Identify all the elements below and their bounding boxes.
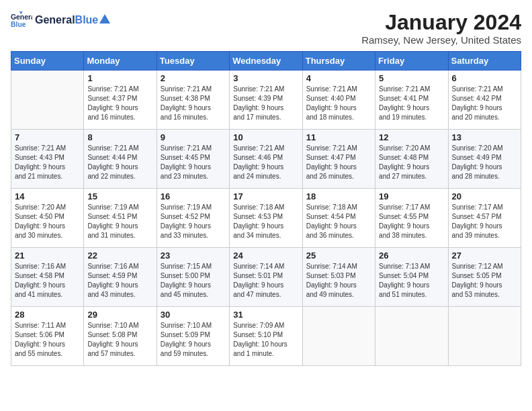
- day-info: Sunrise: 7:18 AM Sunset: 4:53 PM Dayligh…: [233, 203, 298, 240]
- header-friday: Friday: [375, 52, 448, 71]
- day-info: Sunrise: 7:16 AM Sunset: 4:58 PM Dayligh…: [15, 262, 80, 300]
- header-row: SundayMondayTuesdayWednesdayThursdayFrid…: [11, 52, 521, 71]
- day-info: Sunrise: 7:13 AM Sunset: 5:04 PM Dayligh…: [379, 262, 444, 300]
- logo-general: General: [35, 14, 75, 26]
- calendar-cell: 10Sunrise: 7:21 AM Sunset: 4:46 PM Dayli…: [230, 130, 302, 189]
- calendar-cell: [375, 307, 448, 366]
- day-info: Sunrise: 7:15 AM Sunset: 5:00 PM Dayligh…: [161, 262, 226, 300]
- day-number: 31: [233, 310, 298, 320]
- day-number: 18: [306, 191, 371, 201]
- day-number: 28: [15, 310, 80, 320]
- header-thursday: Thursday: [302, 52, 375, 71]
- calendar-cell: 28Sunrise: 7:11 AM Sunset: 5:06 PM Dayli…: [11, 307, 84, 366]
- day-info: Sunrise: 7:18 AM Sunset: 4:54 PM Dayligh…: [306, 203, 371, 240]
- calendar-cell: 27Sunrise: 7:12 AM Sunset: 5:05 PM Dayli…: [448, 248, 521, 307]
- calendar-cell: 24Sunrise: 7:14 AM Sunset: 5:01 PM Dayli…: [230, 248, 302, 307]
- day-info: Sunrise: 7:16 AM Sunset: 4:59 PM Dayligh…: [87, 262, 152, 300]
- calendar-table: SundayMondayTuesdayWednesdayThursdayFrid…: [11, 51, 521, 366]
- header-tuesday: Tuesday: [157, 52, 229, 71]
- calendar-subtitle: Ramsey, New Jersey, United States: [361, 34, 521, 46]
- day-number: 6: [452, 73, 517, 83]
- day-number: 30: [161, 310, 226, 320]
- day-number: 20: [452, 191, 517, 201]
- calendar-cell: 21Sunrise: 7:16 AM Sunset: 4:58 PM Dayli…: [11, 248, 84, 307]
- day-info: Sunrise: 7:21 AM Sunset: 4:42 PM Dayligh…: [452, 85, 517, 122]
- logo-icon: General Blue: [11, 11, 32, 30]
- day-number: 16: [161, 191, 226, 201]
- calendar-title: January 2024: [361, 11, 521, 34]
- page-header: General Blue General Blue January 2024 R…: [11, 11, 521, 46]
- calendar-cell: 11Sunrise: 7:21 AM Sunset: 4:47 PM Dayli…: [302, 130, 375, 189]
- day-number: 5: [379, 73, 444, 83]
- day-number: 26: [379, 250, 444, 261]
- day-number: 15: [87, 191, 152, 201]
- day-number: 25: [306, 250, 371, 261]
- calendar-cell: 17Sunrise: 7:18 AM Sunset: 4:53 PM Dayli…: [230, 189, 302, 248]
- day-number: 11: [306, 132, 371, 142]
- calendar-cell: 1Sunrise: 7:21 AM Sunset: 4:37 PM Daylig…: [84, 71, 157, 130]
- calendar-cell: 13Sunrise: 7:20 AM Sunset: 4:49 PM Dayli…: [448, 130, 521, 189]
- calendar-cell: 4Sunrise: 7:21 AM Sunset: 4:40 PM Daylig…: [302, 71, 375, 130]
- day-number: 8: [87, 132, 152, 142]
- calendar-cell: [11, 71, 84, 130]
- week-row-4: 28Sunrise: 7:11 AM Sunset: 5:06 PM Dayli…: [11, 307, 521, 366]
- calendar-cell: 19Sunrise: 7:17 AM Sunset: 4:55 PM Dayli…: [375, 189, 448, 248]
- calendar-body: 1Sunrise: 7:21 AM Sunset: 4:37 PM Daylig…: [11, 71, 521, 366]
- calendar-cell: 9Sunrise: 7:21 AM Sunset: 4:45 PM Daylig…: [157, 130, 229, 189]
- day-number: 9: [161, 132, 226, 142]
- calendar-cell: 26Sunrise: 7:13 AM Sunset: 5:04 PM Dayli…: [375, 248, 448, 307]
- day-info: Sunrise: 7:21 AM Sunset: 4:38 PM Dayligh…: [161, 85, 226, 122]
- day-number: 29: [87, 310, 152, 320]
- calendar-cell: 31Sunrise: 7:09 AM Sunset: 5:10 PM Dayli…: [230, 307, 302, 366]
- day-number: 19: [379, 191, 444, 201]
- day-info: Sunrise: 7:21 AM Sunset: 4:46 PM Dayligh…: [233, 144, 298, 181]
- svg-text:Blue: Blue: [11, 21, 26, 28]
- calendar-cell: [302, 307, 375, 366]
- calendar-cell: 23Sunrise: 7:15 AM Sunset: 5:00 PM Dayli…: [157, 248, 229, 307]
- day-number: 3: [233, 73, 298, 83]
- calendar-cell: 25Sunrise: 7:14 AM Sunset: 5:03 PM Dayli…: [302, 248, 375, 307]
- day-number: 21: [15, 250, 80, 261]
- day-info: Sunrise: 7:21 AM Sunset: 4:47 PM Dayligh…: [306, 144, 371, 181]
- day-number: 12: [379, 132, 444, 142]
- day-number: 10: [233, 132, 298, 142]
- day-info: Sunrise: 7:21 AM Sunset: 4:43 PM Dayligh…: [15, 144, 80, 181]
- day-info: Sunrise: 7:21 AM Sunset: 4:44 PM Dayligh…: [87, 144, 152, 181]
- calendar-cell: 3Sunrise: 7:21 AM Sunset: 4:39 PM Daylig…: [230, 71, 302, 130]
- header-sunday: Sunday: [11, 52, 84, 71]
- title-area: January 2024 Ramsey, New Jersey, United …: [361, 11, 521, 46]
- day-number: 24: [233, 250, 298, 261]
- logo: General Blue General Blue: [11, 11, 110, 30]
- day-info: Sunrise: 7:21 AM Sunset: 4:40 PM Dayligh…: [306, 85, 371, 122]
- calendar-cell: 2Sunrise: 7:21 AM Sunset: 4:38 PM Daylig…: [157, 71, 229, 130]
- header-wednesday: Wednesday: [230, 52, 302, 71]
- day-info: Sunrise: 7:10 AM Sunset: 5:08 PM Dayligh…: [87, 321, 152, 359]
- week-row-3: 21Sunrise: 7:16 AM Sunset: 4:58 PM Dayli…: [11, 248, 521, 307]
- calendar-cell: 8Sunrise: 7:21 AM Sunset: 4:44 PM Daylig…: [84, 130, 157, 189]
- day-info: Sunrise: 7:12 AM Sunset: 5:05 PM Dayligh…: [452, 262, 517, 300]
- calendar-cell: 12Sunrise: 7:20 AM Sunset: 4:48 PM Dayli…: [375, 130, 448, 189]
- day-info: Sunrise: 7:14 AM Sunset: 5:01 PM Dayligh…: [233, 262, 298, 300]
- day-number: 4: [306, 73, 371, 83]
- day-info: Sunrise: 7:19 AM Sunset: 4:51 PM Dayligh…: [87, 203, 152, 240]
- day-info: Sunrise: 7:11 AM Sunset: 5:06 PM Dayligh…: [15, 321, 80, 359]
- day-number: 7: [15, 132, 80, 142]
- svg-text:General: General: [11, 13, 32, 21]
- day-number: 23: [161, 250, 226, 261]
- day-number: 1: [87, 73, 152, 83]
- day-number: 17: [233, 191, 298, 201]
- day-info: Sunrise: 7:10 AM Sunset: 5:09 PM Dayligh…: [161, 321, 226, 359]
- day-info: Sunrise: 7:21 AM Sunset: 4:41 PM Dayligh…: [379, 85, 444, 122]
- day-info: Sunrise: 7:21 AM Sunset: 4:37 PM Dayligh…: [87, 85, 152, 122]
- calendar-cell: [448, 307, 521, 366]
- week-row-2: 14Sunrise: 7:20 AM Sunset: 4:50 PM Dayli…: [11, 189, 521, 248]
- calendar-cell: 5Sunrise: 7:21 AM Sunset: 4:41 PM Daylig…: [375, 71, 448, 130]
- day-info: Sunrise: 7:17 AM Sunset: 4:57 PM Dayligh…: [452, 203, 517, 240]
- header-monday: Monday: [84, 52, 157, 71]
- calendar-cell: 14Sunrise: 7:20 AM Sunset: 4:50 PM Dayli…: [11, 189, 84, 248]
- calendar-cell: 6Sunrise: 7:21 AM Sunset: 4:42 PM Daylig…: [448, 71, 521, 130]
- calendar-cell: 18Sunrise: 7:18 AM Sunset: 4:54 PM Dayli…: [302, 189, 375, 248]
- day-number: 13: [452, 132, 517, 142]
- day-info: Sunrise: 7:20 AM Sunset: 4:50 PM Dayligh…: [15, 203, 80, 240]
- calendar-cell: 29Sunrise: 7:10 AM Sunset: 5:08 PM Dayli…: [84, 307, 157, 366]
